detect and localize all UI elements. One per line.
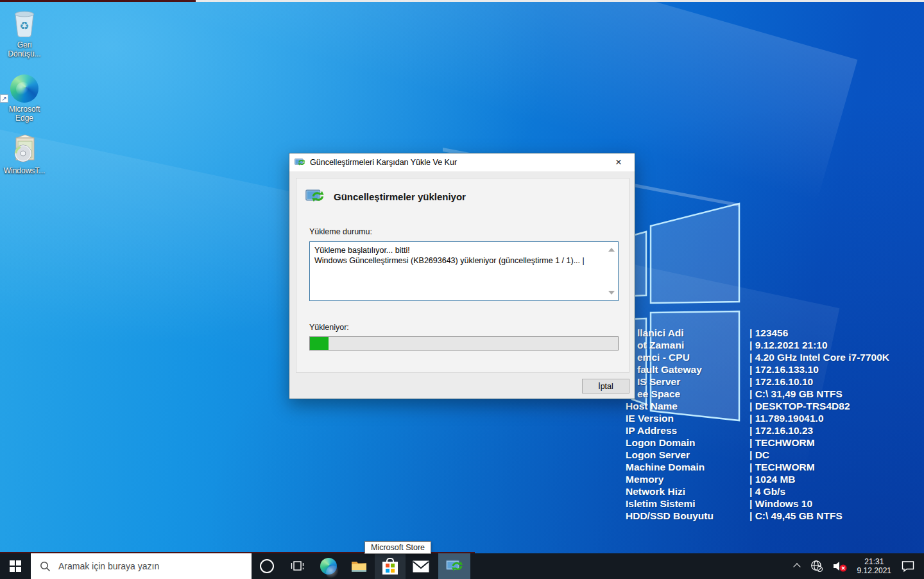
start-button[interactable] xyxy=(0,553,31,579)
bginfo-row: fault Gateway| 172.16.133.10 xyxy=(626,363,889,376)
bginfo-row: ee Space| C:\ 31,49 GB NTFS xyxy=(626,388,889,400)
bginfo-value: | Windows 10 xyxy=(749,497,812,510)
updater-taskbar-button[interactable] xyxy=(438,553,470,579)
bginfo-row: Memory| 1024 MB xyxy=(626,473,889,485)
bginfo-row: Isletim Sistemi| Windows 10 xyxy=(626,497,889,510)
search-icon xyxy=(40,561,51,572)
bginfo-value: | 123456 xyxy=(749,327,788,339)
volume-tray-button[interactable] xyxy=(828,553,852,579)
taskbar: Aramak için buraya yazın xyxy=(0,553,924,579)
desktop-icon-edge[interactable]: ↗ Microsoft Edge xyxy=(0,72,49,123)
action-center-button[interactable] xyxy=(896,553,924,579)
system-tray: 21:31 9.12.2021 xyxy=(789,553,924,579)
cancel-button[interactable]: İptal xyxy=(582,379,629,393)
status-line: Yükleme başlatılıyor... bitti! xyxy=(314,245,606,255)
scroll-down-icon[interactable] xyxy=(608,291,615,295)
edge-icon xyxy=(320,558,337,575)
tray-date: 9.12.2021 xyxy=(857,566,891,575)
cortana-button[interactable] xyxy=(252,553,282,579)
bginfo-value: | 4.20 GHz Intel Core i7-7700K xyxy=(749,351,889,363)
bginfo-label: IP Address xyxy=(626,424,749,436)
tray-chevron-button[interactable] xyxy=(789,553,806,579)
bginfo-label: emci - CPU xyxy=(626,351,749,363)
search-placeholder: Aramak için buraya yazın xyxy=(58,561,159,571)
task-view-icon xyxy=(290,559,305,573)
desktop-icon-recycle-bin[interactable]: ♻ Geri Dönüşü... xyxy=(0,8,49,58)
bginfo-value: | 1024 MB xyxy=(749,473,796,485)
bginfo-label: IS Server xyxy=(626,376,749,388)
svg-text:♻: ♻ xyxy=(19,20,29,32)
desktop-icon-label: Geri Dönüşü... xyxy=(0,40,49,58)
dialog-titlebar[interactable]: Güncelleştirmeleri Karşıdan Yükle Ve Kur… xyxy=(289,153,635,171)
shortcut-arrow-icon: ↗ xyxy=(0,94,8,103)
bginfo-value: | 9.12.2021 21:10 xyxy=(749,339,828,351)
scroll-up-icon[interactable] xyxy=(608,248,615,252)
updater-app-icon xyxy=(295,158,305,167)
bginfo-row: Machine Domain| TECHWORM xyxy=(626,461,889,473)
bginfo-label: Memory xyxy=(626,473,749,485)
updater-app-icon xyxy=(446,559,463,573)
store-tooltip: Microsoft Store xyxy=(364,541,431,554)
bginfo-label: llanici Adi xyxy=(626,327,749,339)
bginfo-label: HDD/SSD Bouyutu xyxy=(626,510,749,522)
network-tray-button[interactable] xyxy=(806,553,828,579)
store-icon xyxy=(382,558,398,575)
chevron-up-icon xyxy=(794,562,801,570)
bginfo-row: ot Zamani| 9.12.2021 21:10 xyxy=(626,339,889,351)
search-input[interactable]: Aramak için buraya yazın xyxy=(31,553,252,579)
bginfo-label: Network Hizi xyxy=(626,485,749,497)
cortana-icon xyxy=(260,559,274,573)
mail-button[interactable] xyxy=(406,553,436,579)
bginfo-value: | C:\ 49,45 GB NTFS xyxy=(749,510,843,522)
recycle-bin-icon: ♻ xyxy=(0,8,49,39)
status-log-box[interactable]: Yükleme başlatılıyor... bitti! Windows G… xyxy=(309,241,619,301)
bginfo-value: | TECHWORM xyxy=(749,436,815,449)
top-edge-artifact-light xyxy=(196,0,924,2)
bginfo-value: | 172.16.10.10 xyxy=(749,376,813,388)
desktop-icon-windows-toolkit[interactable]: WindowsT... xyxy=(0,134,49,175)
bginfo-row: IS Server| 172.16.10.10 xyxy=(626,376,889,388)
file-explorer-button[interactable] xyxy=(344,553,375,579)
file-explorer-icon xyxy=(351,559,368,573)
clock[interactable]: 21:31 9.12.2021 xyxy=(852,557,896,575)
bginfo-row: Logon Domain| TECHWORM xyxy=(626,436,889,449)
bginfo-label: Host Name xyxy=(626,400,749,412)
bginfo-value: | 4 Gb/s xyxy=(749,485,785,497)
globe-no-internet-icon xyxy=(810,560,823,573)
microsoft-store-button[interactable] xyxy=(375,553,406,579)
bginfo-value: | DESKTOP-TRS4D82 xyxy=(749,400,850,412)
desktop: ♻ Geri Dönüşü... ↗ Microsoft Edge Window… xyxy=(0,0,924,579)
status-label: Yükleme durumu: xyxy=(309,227,372,236)
action-center-icon xyxy=(901,560,915,573)
bginfo-label: Machine Domain xyxy=(626,461,749,473)
mail-icon xyxy=(413,560,429,573)
close-icon[interactable]: × xyxy=(608,154,629,171)
progress-bar-fill xyxy=(310,337,329,350)
bginfo-value: | 172.16.133.10 xyxy=(749,363,819,376)
bginfo-value: | 172.16.10.23 xyxy=(749,424,813,436)
bginfo-row: Host Name| DESKTOP-TRS4D82 xyxy=(626,400,889,412)
edge-icon: ↗ xyxy=(0,72,49,103)
bginfo-row: IP Address| 172.16.10.23 xyxy=(626,424,889,436)
bginfo-value: | C:\ 31,49 GB NTFS xyxy=(749,388,843,400)
bginfo-row: HDD/SSD Bouyutu| C:\ 49,45 GB NTFS xyxy=(626,510,889,522)
top-edge-artifact-dark xyxy=(0,0,196,2)
bginfo-row: Network Hizi| 4 Gb/s xyxy=(626,485,889,497)
dialog-title: Güncelleştirmeleri Karşıdan Yükle Ve Kur xyxy=(310,158,608,167)
task-view-button[interactable] xyxy=(282,553,313,579)
bginfo-label: Isletim Sistemi xyxy=(626,497,749,510)
volume-muted-icon xyxy=(832,560,848,573)
desktop-icon-label: Microsoft Edge xyxy=(0,105,49,123)
installer-box-icon xyxy=(0,134,49,164)
edge-taskbar-button[interactable] xyxy=(313,553,344,579)
windows-logo-icon xyxy=(10,560,21,572)
bginfo-row: emci - CPU| 4.20 GHz Intel Core i7-7700K xyxy=(626,351,889,363)
dialog-heading: Güncelleştirmeler yükleniyor xyxy=(334,191,466,202)
bginfo-row: Logon Server| DC xyxy=(626,449,889,461)
bginfo-value: | DC xyxy=(749,449,769,461)
update-dialog: Güncelleştirmeleri Karşıdan Yükle Ve Kur… xyxy=(289,153,635,399)
tray-time: 21:31 xyxy=(857,557,891,566)
bginfo-row: IE Version| 11.789.19041.0 xyxy=(626,412,889,424)
bginfo-label: IE Version xyxy=(626,412,749,424)
desktop-icon-label: WindowsT... xyxy=(0,166,49,175)
